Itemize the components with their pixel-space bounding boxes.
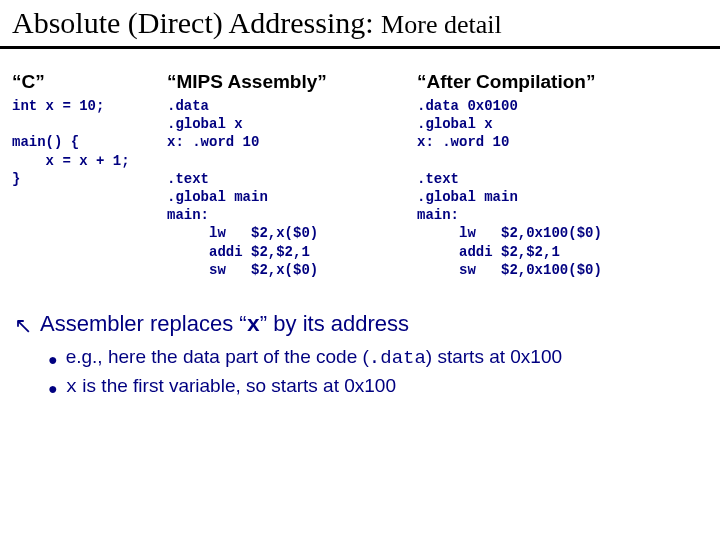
note-main-x: x <box>247 313 260 338</box>
note-sub-2: ● x is the first variable, so starts at … <box>48 375 706 398</box>
title-main: Absolute (Direct) Addressing: <box>12 6 381 39</box>
slide-title: Absolute (Direct) Addressing: More detai… <box>0 0 720 49</box>
column-c: “C” int x = 10; main() { x = x + 1; } <box>12 71 167 279</box>
column-c-header: “C” <box>12 71 167 93</box>
note-sub-1: ● e.g., here the data part of the code (… <box>48 346 706 369</box>
note-main-text: Assembler replaces “x” by its address <box>40 311 409 338</box>
note-sub-2-text: x is the first variable, so starts at 0x… <box>66 375 396 398</box>
note-main-pre: Assembler replaces “ <box>40 311 247 336</box>
title-sub: More detail <box>381 10 502 39</box>
note-main: ↖ Assembler replaces “x” by its address <box>14 311 706 338</box>
column-after-header: “After Compilation” <box>417 71 712 93</box>
column-c-code: int x = 10; main() { x = x + 1; } <box>12 97 167 188</box>
note-sub1-pre: e.g., here the data part of the code ( <box>66 346 369 367</box>
column-after-code: .data 0x0100 .global x x: .word 10 .text… <box>417 97 712 279</box>
bullet-icon: ● <box>48 351 58 369</box>
note-sub2-post: is the first variable, so starts at 0x10… <box>77 375 396 396</box>
column-mips-code: .data .global x x: .word 10 .text .globa… <box>167 97 417 279</box>
bullet-icon: ● <box>48 380 58 398</box>
slide: Absolute (Direct) Addressing: More detai… <box>0 0 720 540</box>
note-sub2-code: x <box>66 376 77 398</box>
column-mips: “MIPS Assembly” .data .global x x: .word… <box>167 71 417 279</box>
note-sub1-code: .data <box>369 347 426 369</box>
column-after: “After Compilation” .data 0x0100 .global… <box>417 71 712 279</box>
code-columns: “C” int x = 10; main() { x = x + 1; } “M… <box>0 49 720 279</box>
notes-section: ↖ Assembler replaces “x” by its address … <box>0 279 720 398</box>
note-sub-1-text: e.g., here the data part of the code (.d… <box>66 346 562 369</box>
note-main-post: ” by its address <box>260 311 409 336</box>
column-mips-header: “MIPS Assembly” <box>167 71 417 93</box>
note-sub1-post: ) starts at 0x100 <box>426 346 562 367</box>
arrow-icon: ↖ <box>14 313 32 339</box>
